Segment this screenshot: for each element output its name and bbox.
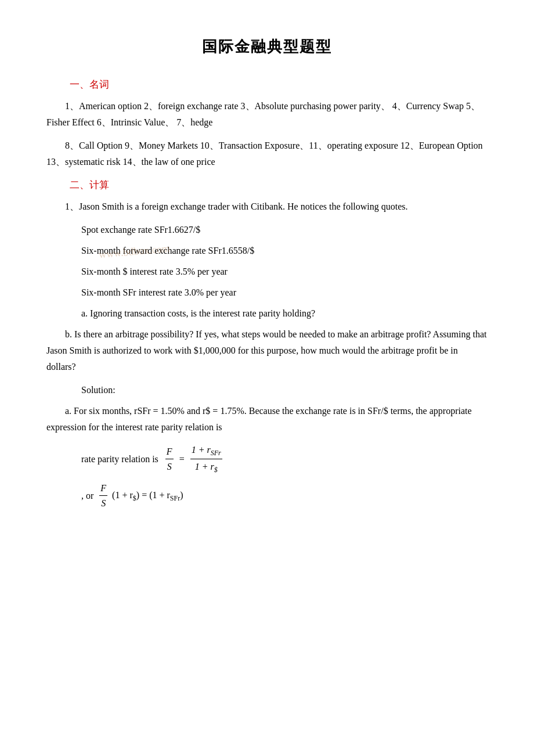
formula-1-lhs-den: S xyxy=(166,459,173,474)
question-b: b. Is there an arbitrage possibility? If… xyxy=(46,326,488,375)
section-1-heading: 一、名词 xyxy=(70,77,488,92)
formula-1-lhs: F S xyxy=(165,444,174,474)
solution-a-text: a. For six months, rSFr = 1.50% and r$ =… xyxy=(46,403,488,435)
formula-2: , or F S (1 + r$) = (1 + rSFr) xyxy=(81,481,488,511)
formula-1-lhs-num: F xyxy=(165,444,174,460)
formula-1-rate-parity-label: rate parity relation is xyxy=(81,452,158,467)
question-a: a. Ignoring transaction costs, is the in… xyxy=(81,305,488,322)
formula-1-rhs: 1 + rSFr 1 + r$ xyxy=(190,442,222,476)
section-2-heading: 二、计算 xyxy=(70,177,488,193)
formula-2-frac-num: F xyxy=(99,481,107,496)
formula-2-frac-den: S xyxy=(100,496,107,511)
formula-2-term1: (1 + r$) = (1 + rSFr) xyxy=(112,488,183,504)
formula-1-rhs-num: 1 + rSFr xyxy=(190,442,222,459)
solution-label: Solution: xyxy=(81,382,488,398)
vocab-paragraph-1: 1、American option 2、foreign exchange rat… xyxy=(46,98,488,131)
sfr-interest-line: Six-month SFr interest rate 3.0% per yea… xyxy=(81,285,488,301)
problem-1-intro: 1、Jason Smith is a foreign exchange trad… xyxy=(46,199,488,215)
forward-rate-line: Six-month forward exchange rate SFr1.655… xyxy=(81,243,488,259)
formula-1-rhs-den: 1 + r$ xyxy=(194,459,219,476)
formula-2-prefix: , or xyxy=(81,488,93,503)
formula-1-equals: = xyxy=(179,452,185,467)
spot-rate-line: Spot exchange rate SFr1.6627/$ xyxy=(81,222,488,238)
vocab-paragraph-2: 8、Call Option 9、Money Markets 10、Transac… xyxy=(46,138,488,170)
formula-2-frac: F S xyxy=(99,481,107,511)
formula-1: rate parity relation is F S = 1 + rSFr 1… xyxy=(81,442,488,476)
page-title: 国际金融典型题型 xyxy=(46,35,488,59)
dollar-interest-line: Six-month $ interest rate 3.5% per year xyxy=(81,264,488,280)
